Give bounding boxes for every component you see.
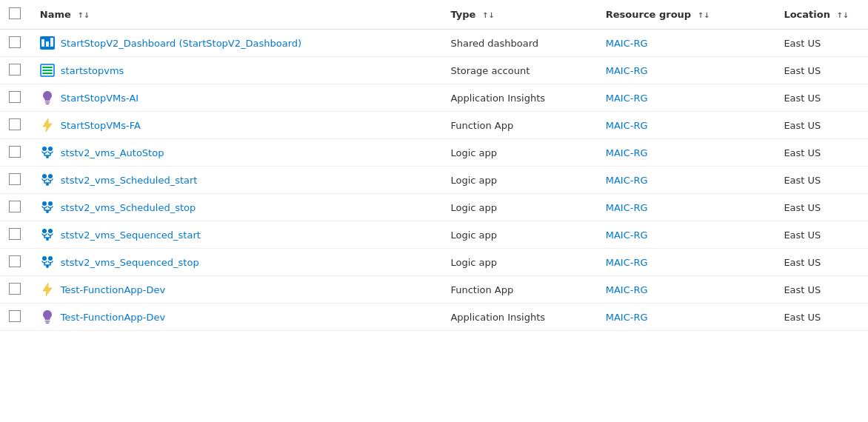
row-rg-cell: MAIC-RG bbox=[597, 84, 775, 112]
col-header-location[interactable]: Location ↑↓ bbox=[775, 0, 868, 30]
type-sort-icon: ↑↓ bbox=[482, 11, 495, 19]
row-name-cell: ststv2_vms_AutoStop bbox=[31, 139, 442, 167]
svg-rect-2 bbox=[46, 41, 49, 47]
resource-group-link-7[interactable]: MAIC-RG bbox=[606, 202, 648, 213]
svg-point-14 bbox=[42, 174, 47, 178]
table-row: Test-FunctionApp-Dev Function App MAIC-R… bbox=[0, 276, 868, 304]
resource-icon-function bbox=[40, 282, 55, 297]
row-rg-cell: MAIC-RG bbox=[597, 30, 775, 57]
resource-type-text: Function App bbox=[450, 284, 513, 295]
svg-point-15 bbox=[48, 174, 53, 178]
resource-location-text: East US bbox=[784, 312, 821, 323]
resource-location-text: East US bbox=[784, 93, 821, 104]
row-checkbox-10[interactable] bbox=[9, 283, 21, 295]
row-type-cell: Storage account bbox=[441, 57, 596, 84]
svg-rect-5 bbox=[42, 67, 53, 68]
row-type-cell: Function App bbox=[441, 276, 596, 304]
row-type-cell: Shared dashboard bbox=[441, 30, 596, 57]
resource-icon-function bbox=[40, 118, 55, 133]
row-name-cell: ststv2_vms_Sequenced_stop bbox=[31, 249, 442, 276]
row-checkbox-6[interactable] bbox=[9, 173, 21, 185]
resource-name-link-3[interactable]: StartStopVMs-AI bbox=[40, 90, 433, 105]
resource-group-link-1[interactable]: MAIC-RG bbox=[606, 38, 648, 49]
resource-name-link-4[interactable]: StartStopVMs-FA bbox=[40, 118, 433, 133]
row-name-cell: Test-FunctionApp-Dev bbox=[31, 276, 442, 304]
row-name-cell: startstopvms bbox=[31, 57, 442, 84]
table-row: Test-FunctionApp-Dev Application Insight… bbox=[0, 304, 868, 331]
resource-group-link-6[interactable]: MAIC-RG bbox=[606, 175, 648, 186]
row-type-cell: Application Insights bbox=[441, 304, 596, 331]
svg-point-18 bbox=[48, 201, 53, 206]
resource-type-text: Logic app bbox=[450, 230, 497, 241]
resource-group-link-4[interactable]: MAIC-RG bbox=[606, 120, 648, 131]
row-checkbox-5[interactable] bbox=[9, 146, 21, 158]
resource-group-link-11[interactable]: MAIC-RG bbox=[606, 312, 648, 323]
resource-group-link-5[interactable]: MAIC-RG bbox=[606, 147, 648, 158]
svg-point-23 bbox=[42, 256, 47, 261]
resource-group-link-8[interactable]: MAIC-RG bbox=[606, 230, 648, 241]
row-rg-cell: MAIC-RG bbox=[597, 139, 775, 167]
resource-group-link-3[interactable]: MAIC-RG bbox=[606, 93, 648, 104]
row-checkbox-11[interactable] bbox=[9, 310, 21, 322]
resource-group-link-9[interactable]: MAIC-RG bbox=[606, 257, 648, 268]
resource-name-text: ststv2_vms_Sequenced_start bbox=[61, 230, 201, 241]
col-header-type[interactable]: Type ↑↓ bbox=[441, 0, 596, 30]
row-location-cell: East US bbox=[775, 112, 868, 139]
row-checkbox-3[interactable] bbox=[9, 91, 21, 103]
row-checkbox-9[interactable] bbox=[9, 255, 21, 267]
resource-location-text: East US bbox=[784, 202, 821, 213]
row-location-cell: East US bbox=[775, 276, 868, 304]
resource-name-link-9[interactable]: ststv2_vms_Sequenced_stop bbox=[40, 255, 433, 269]
resource-name-link-10[interactable]: Test-FunctionApp-Dev bbox=[40, 282, 433, 297]
resource-type-text: Function App bbox=[450, 120, 513, 131]
resource-icon-insights bbox=[40, 90, 55, 105]
resource-name-link-7[interactable]: ststv2_vms_Scheduled_stop bbox=[40, 200, 433, 215]
resource-type-text: Logic app bbox=[450, 175, 497, 186]
resource-name-link-8[interactable]: ststv2_vms_Sequenced_start bbox=[40, 227, 433, 242]
row-type-cell: Logic app bbox=[441, 249, 596, 276]
table-row: ststv2_vms_Sequenced_stop Logic app MAIC… bbox=[0, 249, 868, 276]
resource-icon-insights bbox=[40, 309, 55, 324]
resource-location-text: East US bbox=[784, 230, 821, 241]
resource-name-link-2[interactable]: startstopvms bbox=[40, 63, 433, 78]
row-type-cell: Function App bbox=[441, 112, 596, 139]
svg-point-13 bbox=[46, 155, 49, 158]
row-name-cell: Test-FunctionApp-Dev bbox=[31, 304, 442, 331]
resource-location-text: East US bbox=[784, 257, 821, 268]
row-location-cell: East US bbox=[775, 139, 868, 167]
svg-marker-26 bbox=[43, 283, 52, 296]
resource-name-link-1[interactable]: StartStopV2_Dashboard (StartStopV2_Dashb… bbox=[40, 36, 433, 50]
svg-point-11 bbox=[42, 147, 47, 151]
svg-rect-8 bbox=[44, 101, 50, 103]
row-checkbox-8[interactable] bbox=[9, 228, 21, 240]
resource-group-link-10[interactable]: MAIC-RG bbox=[606, 284, 648, 295]
row-rg-cell: MAIC-RG bbox=[597, 112, 775, 139]
resource-name-link-11[interactable]: Test-FunctionApp-Dev bbox=[40, 309, 433, 324]
resource-group-link-2[interactable]: MAIC-RG bbox=[606, 65, 648, 76]
resource-location-text: East US bbox=[784, 38, 821, 49]
resource-type-text: Logic app bbox=[450, 257, 497, 268]
svg-rect-6 bbox=[42, 70, 53, 71]
svg-point-12 bbox=[48, 147, 53, 151]
name-sort-icon: ↑↓ bbox=[77, 11, 90, 19]
row-checkbox-2[interactable] bbox=[9, 64, 21, 76]
row-name-cell: StartStopV2_Dashboard (StartStopV2_Dashb… bbox=[31, 30, 442, 57]
resource-location-text: East US bbox=[784, 120, 821, 131]
resource-icon-storage bbox=[40, 63, 55, 78]
row-name-cell: ststv2_vms_Scheduled_stop bbox=[31, 194, 442, 221]
resource-name-link-6[interactable]: ststv2_vms_Scheduled_start bbox=[40, 173, 433, 187]
row-location-cell: East US bbox=[775, 249, 868, 276]
row-location-cell: East US bbox=[775, 194, 868, 221]
col-header-resource-group[interactable]: Resource group ↑↓ bbox=[597, 0, 775, 30]
row-checkbox-7[interactable] bbox=[9, 201, 21, 212]
resource-name-link-5[interactable]: ststv2_vms_AutoStop bbox=[40, 145, 433, 160]
row-checkbox-4[interactable] bbox=[9, 118, 21, 130]
row-checkbox-cell bbox=[0, 57, 31, 84]
row-checkbox-1[interactable] bbox=[9, 36, 21, 48]
resource-type-text: Logic app bbox=[450, 202, 497, 213]
select-all-checkbox[interactable] bbox=[9, 7, 21, 19]
col-header-name[interactable]: Name ↑↓ bbox=[31, 0, 442, 30]
svg-point-17 bbox=[42, 201, 47, 206]
resource-name-text: ststv2_vms_Sequenced_stop bbox=[61, 257, 199, 268]
select-all-header[interactable] bbox=[0, 0, 31, 30]
